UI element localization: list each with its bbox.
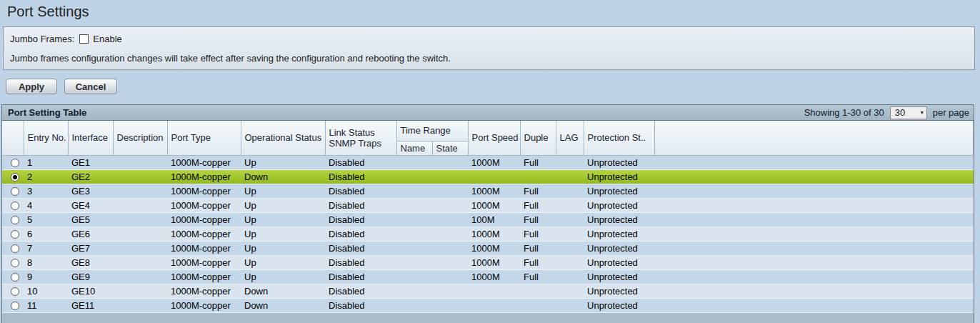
time-range-name-cell [396,184,432,198]
column-header-description: Description [113,121,167,155]
operational-status-cell: Up [241,241,325,255]
port-speed-cell: 100M [468,212,520,227]
row-select-radio[interactable] [11,287,19,296]
port-type-cell: 1000M-copper [167,227,241,241]
duplex-cell: Full [520,212,556,227]
row-select-radio[interactable] [11,173,19,182]
protection-state-cell: Unprotected [584,255,654,269]
duplex-cell: Full [520,198,556,212]
link-status-cell: Disabled [325,241,396,255]
port-type-cell: 1000M-copper [167,212,241,227]
port-speed-cell [468,284,520,298]
time-range-name-cell [396,198,432,212]
time-range-name-cell [396,241,432,255]
link-status-cell: Disabled [325,198,396,212]
description-cell [113,241,167,255]
port-setting-table-container: Port Setting Table Showing 1-30 of 30 30… [1,104,974,323]
time-range-state-cell [432,255,468,269]
port-speed-cell: 1000M [468,255,520,269]
filler-cell [654,155,973,169]
port-type-cell: 1000M-copper [167,241,241,255]
operational-status-cell: Up [241,212,325,227]
description-cell [113,184,167,198]
entry-no-cell: 6 [24,227,68,241]
link-status-cell: Disabled [325,184,396,198]
port-speed-cell: 1000M [468,269,520,284]
table-row: 5 GE5 1000M-copper Up Disabled 100M Full… [2,212,974,227]
description-cell [113,155,167,169]
interface-cell: GE10 [68,284,113,298]
time-range-state-cell [432,212,468,227]
radio-cell [2,212,24,227]
table-row: 4 GE4 1000M-copper Up Disabled 1000M Ful… [2,198,974,212]
radio-cell [2,241,24,255]
description-cell [113,198,167,212]
duplex-cell: Full [520,269,556,284]
filler-cell [654,269,973,284]
row-select-radio[interactable] [11,259,19,267]
row-select-radio[interactable] [11,273,19,282]
radio-cell [2,198,24,212]
link-status-cell: Disabled [325,169,396,184]
row-select-radio[interactable] [11,216,19,224]
description-cell [113,255,167,269]
lag-cell [556,298,584,312]
time-range-state-cell [432,184,468,198]
time-range-name-cell [396,284,432,298]
port-speed-cell: 1000M [468,198,520,212]
radio-cell [2,269,24,284]
duplex-cell [520,169,556,184]
time-range-name-cell [396,269,432,284]
row-select-radio[interactable] [11,159,19,167]
operational-status-cell: Up [241,198,325,212]
apply-button[interactable]: Apply [6,79,57,94]
operational-status-cell: Down [241,298,325,312]
table-title: Port Setting Table [8,107,86,118]
row-select-radio[interactable] [11,244,19,253]
interface-cell: GE8 [68,255,113,269]
filler-cell [654,198,973,212]
row-select-radio[interactable] [11,302,19,310]
entry-no-cell: 2 [24,169,68,184]
operational-status-cell: Down [241,284,325,298]
row-select-radio[interactable] [11,202,19,210]
entry-no-cell: 10 [24,284,68,298]
cancel-button[interactable]: Cancel [64,79,117,94]
column-header-time-range-state: State [432,141,468,155]
lag-cell [556,212,584,227]
lag-cell [556,241,584,255]
link-status-cell: Disabled [325,255,396,269]
jumbo-frames-panel: Jumbo Frames: Enable Jumbo frames config… [3,26,975,70]
table-titlebar: Port Setting Table Showing 1-30 of 30 30… [2,105,974,121]
jumbo-enable-checkbox[interactable] [79,34,89,44]
row-select-radio[interactable] [11,230,19,239]
radio-cell [2,155,24,169]
time-range-state-cell [432,269,468,284]
interface-cell: GE11 [68,298,113,312]
protection-state-cell: Unprotected [584,169,654,184]
lag-cell [556,255,584,269]
page-size-select[interactable]: 30 ▾ [890,106,927,119]
protection-state-cell: Unprotected [584,184,654,198]
filler-cell [654,227,973,241]
filler-cell [654,255,973,269]
interface-cell: GE1 [68,155,113,169]
time-range-name-cell [396,212,432,227]
row-select-radio[interactable] [11,187,19,196]
time-range-name-cell [396,255,432,269]
lag-cell [556,198,584,212]
duplex-cell: Full [520,241,556,255]
interface-cell: GE9 [68,269,113,284]
operational-status-cell: Up [241,155,325,169]
port-type-cell: 1000M-copper [167,269,241,284]
radio-cell [2,227,24,241]
port-speed-cell: 1000M [468,184,520,198]
lag-cell [556,284,584,298]
entry-no-cell: 3 [24,184,68,198]
time-range-state-cell [432,227,468,241]
port-type-cell: 1000M-copper [167,298,241,312]
link-status-cell: Disabled [325,284,396,298]
protection-state-cell: Unprotected [584,198,654,212]
protection-state-cell: Unprotected [584,212,654,227]
port-speed-cell: 1000M [468,155,520,169]
